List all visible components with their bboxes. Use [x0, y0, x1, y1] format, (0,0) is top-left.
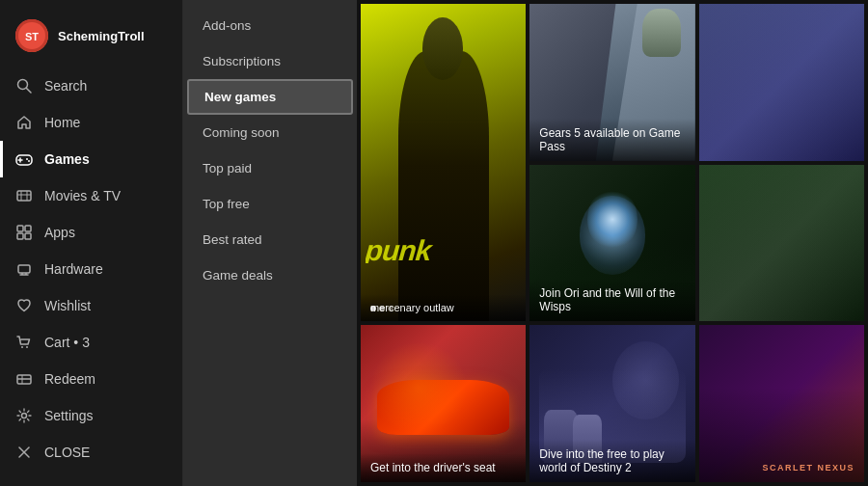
submenu-item-top-paid[interactable]: Top paid: [183, 150, 357, 186]
submenu-item-add-ons[interactable]: Add-ons: [183, 8, 357, 43]
sidebar-home-label: Home: [44, 115, 80, 130]
home-icon: [15, 114, 33, 131]
svg-point-22: [21, 346, 23, 348]
redeem-icon: [15, 370, 33, 388]
submenu-item-new-games[interactable]: New games: [187, 79, 353, 115]
svg-point-8: [26, 158, 28, 160]
svg-rect-10: [17, 191, 31, 201]
card-slot-right-top[interactable]: [699, 4, 864, 161]
sidebar-redeem-label: Redeem: [44, 371, 95, 387]
search-icon: [15, 77, 33, 94]
sidebar-games-label: Games: [44, 151, 90, 167]
heart-icon: [15, 297, 33, 314]
svg-rect-15: [25, 226, 31, 231]
card-slot-right-mid[interactable]: [699, 165, 864, 322]
svg-text:ST: ST: [25, 31, 39, 42]
sidebar-close-label: CLOSE: [44, 445, 90, 460]
card-driver[interactable]: Get into the driver's seat: [361, 325, 526, 482]
driver-label: Get into the driver's seat: [361, 453, 526, 482]
movies-icon: [15, 187, 33, 204]
svg-point-27: [22, 414, 27, 418]
svg-rect-16: [17, 233, 23, 239]
sidebar-item-apps[interactable]: Apps: [0, 214, 182, 251]
svg-rect-17: [25, 233, 31, 239]
sidebar-item-movies[interactable]: Movies & TV: [0, 177, 182, 214]
sidebar-hardware-label: Hardware: [44, 261, 103, 277]
svg-point-23: [26, 346, 28, 348]
sidebar-item-home[interactable]: Home: [0, 104, 182, 141]
cart-icon: [15, 334, 33, 351]
destiny-label: Dive into the free to play world of Dest…: [529, 440, 694, 482]
svg-point-9: [28, 160, 30, 162]
submenu-item-best-rated[interactable]: Best rated: [183, 222, 357, 257]
sidebar-cart-label: Cart • 3: [44, 335, 90, 350]
sidebar-apps-label: Apps: [44, 225, 75, 240]
card-ori[interactable]: Join Ori and the Will of the Wisps: [529, 165, 694, 322]
sidebar-movies-label: Movies & TV: [44, 188, 121, 203]
gears-label: Gears 5 available on Game Pass: [529, 119, 694, 161]
sidebar: ST SchemingTroll Search Home: [0, 0, 183, 486]
gamepad-icon: [15, 150, 33, 168]
sidebar-item-hardware[interactable]: Hardware: [0, 251, 182, 287]
submenu-item-coming-soon[interactable]: Coming soon: [183, 115, 357, 150]
gear-icon: [15, 407, 33, 424]
sidebar-item-redeem[interactable]: Redeem: [0, 361, 182, 397]
sidebar-item-cart[interactable]: Cart • 3: [0, 324, 182, 361]
hardware-icon: [15, 260, 33, 278]
sidebar-search-label: Search: [44, 78, 87, 94]
sidebar-item-games[interactable]: Games: [0, 141, 182, 177]
game-grid: punk mercenary outlaw Gears 5 available …: [357, 0, 868, 486]
sidebar-item-search[interactable]: Search: [0, 68, 182, 104]
user-profile[interactable]: ST SchemingTroll: [0, 12, 182, 68]
submenu-item-game-deals[interactable]: Game deals: [183, 257, 357, 293]
close-icon: [15, 444, 33, 461]
card-scarlet[interactable]: SCARLET NEXUS: [699, 325, 864, 482]
sidebar-item-settings[interactable]: Settings: [0, 397, 182, 434]
card-gears[interactable]: Gears 5 available on Game Pass: [529, 4, 694, 161]
card-destiny[interactable]: Dive into the free to play world of Dest…: [529, 325, 694, 482]
main-content: punk mercenary outlaw Gears 5 available …: [357, 0, 868, 486]
submenu: Add-ons Subscriptions New games Coming s…: [183, 0, 357, 486]
svg-rect-14: [17, 226, 23, 231]
avatar: ST: [15, 19, 48, 52]
ori-label: Join Ori and the Will of the Wisps: [529, 279, 694, 321]
card-cyberpunk[interactable]: punk mercenary outlaw: [361, 4, 526, 321]
submenu-item-subscriptions[interactable]: Subscriptions: [183, 43, 357, 79]
sidebar-settings-label: Settings: [44, 408, 94, 423]
svg-line-4: [27, 89, 32, 94]
scarlet-label: SCARLET NEXUS: [762, 463, 854, 472]
sidebar-item-close[interactable]: CLOSE: [0, 434, 182, 471]
sidebar-wishlist-label: Wishlist: [44, 298, 91, 313]
username: SchemingTroll: [58, 29, 145, 43]
apps-icon: [15, 224, 33, 241]
submenu-item-top-free[interactable]: Top free: [183, 186, 357, 222]
svg-rect-18: [18, 265, 30, 273]
sidebar-item-wishlist[interactable]: Wishlist: [0, 287, 182, 324]
